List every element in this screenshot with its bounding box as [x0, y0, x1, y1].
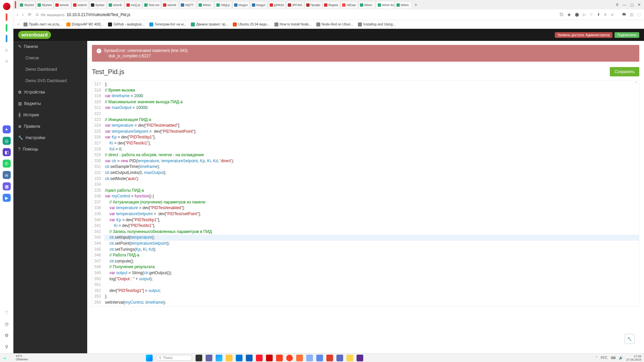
store-icon[interactable]	[236, 355, 243, 361]
code-line[interactable]: Ki = dev["PIDTest/ki1"],	[104, 140, 639, 146]
code-line[interactable]: ctr.setInput(temperature);	[104, 235, 639, 241]
onec-icon[interactable]	[346, 355, 353, 361]
play-flow-icon[interactable]: ▷	[583, 12, 586, 17]
code-line[interactable]: // Максимальное значение выхода ПИД-а	[104, 99, 639, 105]
pin-icon[interactable]: ⚲	[3, 343, 11, 351]
opera-logo-icon[interactable]	[3, 3, 10, 10]
code-line[interactable]: var output = String(ctr.getOutput());	[104, 270, 639, 276]
workspace-indicator-blue[interactable]	[6, 35, 7, 42]
nav-help[interactable]: ?Помощь	[13, 143, 87, 155]
start-icon[interactable]	[146, 355, 153, 361]
screenshot-icon[interactable]: ⿻	[560, 12, 564, 17]
code-line[interactable]: log("Output : " + output);	[104, 276, 639, 282]
tools-button[interactable]: 🔧	[625, 334, 635, 344]
camera-icon[interactable]: ◉	[568, 12, 571, 17]
clock[interactable]: 17:09 27.06.2024	[626, 355, 641, 361]
workspace-indicator-green[interactable]	[6, 24, 7, 32]
forward-icon[interactable]: ›	[22, 12, 23, 17]
code-line[interactable]: var myControl = function() {	[104, 193, 639, 199]
code-editor[interactable]: ˄ 31731831932032132232332432532632732832…	[92, 80, 639, 307]
close-window-icon[interactable]: ✕	[638, 3, 641, 7]
code-line[interactable]: // direct - работа на обогрев, reverse -…	[104, 152, 639, 158]
browser-tab[interactable]: MQTT	[179, 1, 197, 8]
language-indicator[interactable]: РУС	[601, 356, 607, 360]
profile-icon[interactable]: ☺	[610, 12, 614, 17]
code-line[interactable]: // Запись полученных/обновленных парамет…	[104, 229, 639, 235]
browser-tab[interactable]: Модул	[232, 1, 250, 8]
bookmark-item[interactable]: How to Install Node...	[274, 22, 312, 26]
code-line[interactable]: // Работа ПИД-а	[104, 252, 639, 258]
yandex-icon[interactable]	[276, 355, 283, 361]
home-icon[interactable]: ⌂	[3, 46, 11, 54]
nav-list[interactable]: Список	[13, 52, 87, 64]
browser-tab[interactable]: Syntax	[89, 1, 107, 8]
browser-tab[interactable]: unterm	[71, 1, 89, 8]
nav-history[interactable]: ╫История	[13, 109, 87, 121]
maximize-icon[interactable]: ▢	[630, 3, 634, 7]
back-icon[interactable]: ‹	[17, 12, 18, 17]
cube-icon[interactable]: ⬚	[637, 12, 641, 17]
search-tabs-icon[interactable]: ⚲	[616, 3, 619, 7]
app-icon-b[interactable]	[316, 355, 323, 361]
code-line[interactable]: ctr.setSampleTime(timeframe);	[104, 164, 639, 170]
bookmark-item[interactable]: GitHub - aadegtyar...	[108, 22, 144, 26]
opera-icon[interactable]	[256, 355, 263, 361]
bookmark-item[interactable]: Ubuntu 20.04 видн...	[233, 22, 269, 26]
code-line[interactable]: };	[104, 81, 639, 87]
browser-tab[interactable]: jpf4816	[268, 1, 286, 8]
weather-icon[interactable]: ☁	[3, 356, 6, 360]
code-line[interactable]: ctr.setOutputLimits(0, maxOutput);	[104, 170, 639, 176]
code-line[interactable]: dev["PIDTest/log1"] = output;	[104, 288, 639, 294]
app-icon-purple[interactable]: ◧	[3, 148, 11, 156]
browser-tab[interactable]: wirenb	[161, 1, 179, 8]
visualstudio-icon[interactable]	[357, 355, 363, 361]
browser-tab[interactable]: SkyNet	[18, 1, 36, 8]
code-line[interactable]: var temperature = dev["PIDTest/enabled"]…	[104, 123, 639, 129]
wirenboard-logo[interactable]: wirenboard	[18, 31, 51, 39]
weather-widget[interactable]: 15°C Облачно	[16, 355, 28, 361]
network-icon[interactable]: ⌨	[611, 356, 615, 360]
code-line[interactable]: var ctr = new PID(temperature, temperatu…	[104, 158, 639, 164]
heart-outline-icon[interactable]: ♡	[590, 12, 593, 17]
new-tab-button[interactable]: +	[413, 2, 419, 7]
reload-icon[interactable]: ⟳	[28, 12, 32, 17]
save-button[interactable]: Сохранить	[610, 67, 639, 76]
chevron-up-icon[interactable]: ˄	[596, 356, 597, 360]
cart-icon[interactable]: ⛟	[622, 12, 626, 17]
code-line[interactable]: // Получение результата	[104, 264, 639, 270]
code-line[interactable]	[104, 182, 639, 188]
app-icon-violet[interactable]: ▦	[3, 182, 11, 190]
code-line[interactable]: Kd = 0;	[104, 146, 639, 153]
code-line[interactable]	[104, 111, 639, 117]
code-line[interactable]	[104, 282, 639, 288]
clock-icon[interactable]: ◷	[3, 320, 11, 328]
download-icon[interactable]: ⬇	[597, 12, 600, 17]
firefox-icon[interactable]	[296, 355, 303, 361]
code-line[interactable]: // Время вызова	[104, 87, 639, 94]
nav-demo-svg[interactable]: Demo SVG Dashboard	[13, 75, 87, 86]
code-line[interactable]: var Kp = dev["PIDTest/kp1"],	[104, 134, 639, 140]
code-line[interactable]: ctr.setMode('auto');	[104, 176, 639, 182]
browser-tab[interactable]: Test run	[143, 1, 161, 8]
code-line[interactable]: var temperature = dev["PIDTest/enabled"]…	[104, 205, 639, 211]
browser-tab[interactable]: Модул	[250, 1, 268, 8]
browser-tab[interactable]: SkyNet	[36, 1, 53, 8]
edge-icon[interactable]	[216, 355, 222, 361]
code-line[interactable]: // Актуализация (получение) параметров и…	[104, 199, 639, 205]
browser-tab[interactable]: Wiren	[197, 1, 214, 8]
yandex-round-icon[interactable]	[286, 355, 293, 361]
volume-icon[interactable]: 🔊	[619, 356, 623, 360]
code-line[interactable]: var Kp = dev["PIDTest/kp1"],	[104, 217, 639, 223]
browser-tab[interactable]: run().js	[125, 1, 142, 8]
play-icon[interactable]: ▶	[3, 194, 11, 202]
nav-devices[interactable]: ✿Устройства	[13, 86, 87, 98]
code-line[interactable]: setInterval(myControl, timeframe);	[104, 300, 639, 306]
heart-icon[interactable]: ♡	[3, 308, 11, 316]
browser-tab[interactable]: wirenb	[107, 1, 124, 8]
bookmark-item[interactable]: Телеграм-бот на w...	[149, 22, 186, 26]
gear-icon[interactable]: ⚙	[3, 331, 11, 339]
browser-tab[interactable]: AliExpr	[340, 1, 358, 8]
browser-tab[interactable]: JPF481	[286, 1, 304, 8]
extension-icon[interactable]: ◫	[630, 12, 633, 17]
workspace-indicator-red[interactable]	[6, 13, 7, 21]
